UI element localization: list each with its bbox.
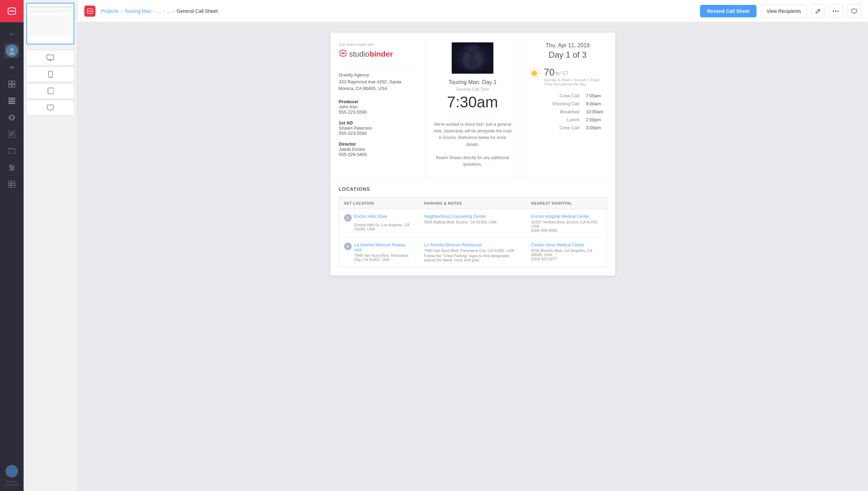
svg-point-34 [48,91,49,91]
cs-loc-2-name-wrapper: 2 La Sirenita Mexican Restau- rant [344,243,415,252]
cs-contact-0-role: Producer [339,99,417,104]
sidebar-edit[interactable]: ✏ [4,60,19,75]
cs-parking-2-notes: Follow the "Crew Parking" signs to find … [424,254,521,262]
cs-left-col: Call sheet made with studiobinder [331,33,425,178]
view-recipients-button[interactable]: View Recipients [761,5,807,18]
comments-button[interactable] [847,4,861,18]
svg-point-3 [13,10,14,12]
svg-point-41 [343,52,345,54]
cs-locations-section: LOCATIONS SET LOCATION PARKING & NOTES N… [331,178,615,276]
preview-tablet-btn[interactable] [26,83,74,99]
sidebar-back[interactable]: ← [4,26,19,42]
table-row: 1 Encino Hills Drive Encino Hills Dr, Lo… [339,209,607,238]
cs-sched-0-label: Crew Call: [560,93,581,98]
sidebar-stripboard2[interactable] [4,177,19,192]
sidebar-bottom: 👤 Made By Leanometry [4,464,19,491]
cs-loc-1-num: 1 [344,214,352,222]
cs-production-title: Touring Man: Day 1 [449,79,497,85]
cs-weather-details: 70°F/ 57 Sunrise 6:28am • Sunset 7:23pm … [544,67,600,86]
cs-divider-1 [339,66,417,66]
cs-th-hospital: NEAREST HOSPITAL [526,198,607,209]
breadcrumb-ellipsis-2[interactable]: ... [167,8,171,14]
cs-loc-1-name-link[interactable]: Encino Hills Drive [354,214,387,219]
cs-parking-2-addr: 7940 Van Nuys Blvd, Panorama City, CA 91… [424,248,521,253]
header-logo [84,6,95,17]
preview-chat-btn[interactable] [26,100,74,115]
svg-line-52 [537,76,539,77]
cs-locations-table: SET LOCATION PARKING & NOTES NEAREST HOS… [339,197,607,267]
svg-point-46 [532,71,537,76]
cs-schedule-row-1: Shooting Call: 8:00am [528,101,607,106]
svg-point-37 [91,10,92,11]
sidebar-stripboard[interactable] [4,93,19,108]
cs-hospital-1-addr: 16237 Ventura Blvd, Encino, CA 91436, US… [531,220,602,228]
header-logo-icon [84,6,95,17]
breadcrumb-ellipsis-1[interactable]: ... [157,8,161,14]
sidebar-user-avatar[interactable]: 👤 [4,464,19,479]
cs-logo-plain: studio [349,50,370,58]
cs-contact-0-name: John Kim [339,104,417,109]
cs-contact-2: Director Jakob Dunes 555-329-3405 [339,141,417,157]
cs-hospital-2-link[interactable]: Cedars-Sinai Medical Center [531,243,584,247]
svg-rect-25 [8,181,15,188]
preview-thumbnail-desktop[interactable] [26,3,74,44]
cs-day: Day 1 of 3 [528,50,607,60]
sidebar-visual[interactable] [4,110,19,125]
cs-sched-3-value: 2:00pm [586,117,607,122]
cs-sched-4-value: 3:00pm [586,125,607,130]
call-sheet-top: Call sheet made with studiobinder [331,33,615,178]
app-logo[interactable] [0,0,24,22]
breadcrumb-sep-4: › [173,8,175,14]
cs-loc-2-name-link[interactable]: La Sirenita Mexican Restau- rant [354,243,415,252]
content-area: Call sheet made with studiobinder [77,22,868,491]
cs-loc-1-name-wrapper: 1 Encino Hills Drive [344,214,415,222]
svg-point-35 [89,10,90,11]
more-options-button[interactable]: ••• [829,4,843,18]
svg-rect-7 [12,81,15,84]
table-row: 2 La Sirenita Mexican Restau- rant 7940 … [339,238,607,267]
cs-parking-2-link[interactable]: La Sirenita Mexican Restaurant [424,243,482,247]
cs-loc-1-parking: Neighborhood Counseling Center 5535 Balb… [419,209,526,238]
sidebar-tasks[interactable] [4,126,19,142]
sidebar-storyboard[interactable] [4,76,19,92]
sidebar-folder[interactable] [4,143,19,158]
cs-th-set-location: SET LOCATION [339,198,419,209]
preview-desktop-btn[interactable] [26,50,74,65]
cs-contact-0-phone: 555-223-5590 [339,109,417,115]
cs-agency: Gravity Agency 333 Raymond Ave #202, San… [339,72,417,92]
cs-table-body: 1 Encino Hills Drive Encino Hills Dr, Lo… [339,209,607,267]
sidebar-nav: ← ✏ [0,22,24,464]
breadcrumb-project[interactable]: Touring Man [124,8,151,14]
cs-temp-unit: °F [554,71,559,76]
cs-loc-1-set: 1 Encino Hills Drive Encino Hills Dr, Lo… [339,209,419,238]
cs-hospital-1-phone: (818) 995-5000 [531,228,602,232]
svg-point-1 [9,10,11,12]
cs-table-header-row: SET LOCATION PARKING & NOTES NEAREST HOS… [339,198,607,209]
cs-weather: 70°F/ 57 Sunrise 6:28am • Sunset 7:23pm … [528,67,607,86]
cs-loc-2-parking: La Sirenita Mexican Restaurant 7940 Van … [419,238,526,267]
cs-contact-2-phone: 555-329-3405 [339,152,417,157]
svg-rect-8 [9,84,11,87]
preview-panel [24,0,77,491]
cs-parking-1-link[interactable]: Neighborhood Counseling Center [424,214,486,219]
cs-call-time: 7:30am [447,95,498,110]
svg-point-14 [9,115,15,120]
cs-hospital-1-link[interactable]: Encino Hospital Medical Center [531,214,589,219]
cs-sunset: Sunset 7:23pm [574,78,600,82]
resend-call-sheet-button[interactable]: Resend Call Sheet [700,5,756,17]
cs-agency-name: Gravity Agency [339,72,417,79]
cs-logo: studiobinder [339,49,417,59]
cs-loc-2-num: 2 [344,243,352,250]
edit-icon-button[interactable] [811,4,825,18]
svg-rect-12 [8,101,15,102]
call-sheet-document: Call sheet made with studiobinder [331,33,615,276]
cs-date: Thu, Apr 11, 2019 [528,42,607,49]
sidebar-filters[interactable] [4,160,19,175]
breadcrumb-projects[interactable]: Projects [101,8,119,14]
sidebar-avatar[interactable] [4,43,19,58]
preview-mobile-btn[interactable] [26,67,74,82]
cs-loc-2-addr: 7940 Van Nuys Blvd, Panorama City, CA 91… [344,253,415,262]
svg-point-45 [466,45,479,50]
cs-parking-1-addr: 5535 Balboa Blvd, Encino, CA 91316, USA [424,220,521,224]
svg-point-4 [10,48,14,51]
